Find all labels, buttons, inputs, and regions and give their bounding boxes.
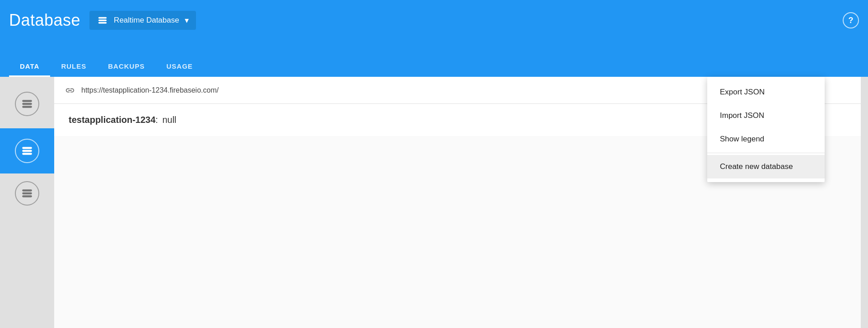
sidebar bbox=[0, 77, 54, 328]
svg-rect-7 bbox=[22, 150, 32, 152]
svg-rect-10 bbox=[22, 192, 32, 194]
main-area: https://testapplication-1234.firebaseio.… bbox=[0, 77, 868, 328]
dropdown-show-legend[interactable]: Show legend bbox=[707, 127, 825, 151]
svg-rect-11 bbox=[22, 195, 32, 197]
link-icon bbox=[65, 85, 75, 95]
app-title: Database bbox=[9, 11, 80, 30]
svg-rect-9 bbox=[22, 189, 32, 191]
help-label: ? bbox=[849, 16, 854, 25]
content-area: https://testapplication-1234.firebaseio.… bbox=[54, 77, 861, 328]
scrollbar-area bbox=[861, 77, 868, 328]
db-entry-key: testapplication-1234 bbox=[69, 115, 155, 125]
svg-rect-4 bbox=[22, 103, 32, 105]
db-selector-button[interactable]: Realtime Database ▾ bbox=[89, 11, 196, 30]
svg-rect-3 bbox=[22, 100, 32, 102]
tab-backups[interactable]: BACKUPS bbox=[97, 57, 155, 77]
header-nav: DATA RULES BACKUPS USAGE bbox=[9, 41, 859, 77]
sidebar-icon-circle-top bbox=[15, 92, 39, 116]
db-url: https://testapplication-1234.firebaseio.… bbox=[81, 86, 219, 94]
svg-rect-0 bbox=[98, 17, 107, 19]
help-button[interactable]: ? bbox=[843, 12, 859, 28]
header: Database Realtime Database ▾ ? DATA bbox=[0, 0, 868, 77]
svg-rect-2 bbox=[98, 22, 107, 24]
header-top: Database Realtime Database ▾ ? bbox=[9, 0, 859, 41]
dropdown-import-json[interactable]: Import JSON bbox=[707, 104, 825, 127]
db-entry-value: null bbox=[162, 115, 176, 125]
sidebar-item-bottom[interactable] bbox=[0, 175, 54, 211]
sidebar-item-active[interactable] bbox=[0, 128, 54, 173]
tab-usage[interactable]: USAGE bbox=[155, 57, 203, 77]
dropdown-create-new-database[interactable]: Create new database bbox=[707, 155, 825, 178]
dropdown-export-json[interactable]: Export JSON bbox=[707, 80, 825, 104]
chevron-down-icon: ▾ bbox=[185, 15, 189, 25]
svg-rect-5 bbox=[22, 106, 32, 108]
sidebar-item-top[interactable] bbox=[0, 81, 54, 127]
svg-rect-6 bbox=[22, 147, 32, 149]
tab-rules[interactable]: RULES bbox=[50, 57, 97, 77]
dropdown-menu: Export JSON Import JSON Show legend Crea… bbox=[707, 77, 825, 182]
db-selector-label: Realtime Database bbox=[114, 16, 179, 25]
sidebar-icon-circle-bottom bbox=[15, 181, 39, 206]
tab-data[interactable]: DATA bbox=[9, 57, 50, 77]
svg-rect-1 bbox=[98, 19, 107, 21]
header-left: Database Realtime Database ▾ bbox=[9, 11, 196, 30]
db-entry-colon: : bbox=[155, 115, 160, 125]
dropdown-divider bbox=[707, 153, 825, 153]
sidebar-icon-circle-active bbox=[15, 139, 39, 163]
svg-rect-8 bbox=[22, 153, 32, 155]
database-icon bbox=[97, 14, 108, 26]
